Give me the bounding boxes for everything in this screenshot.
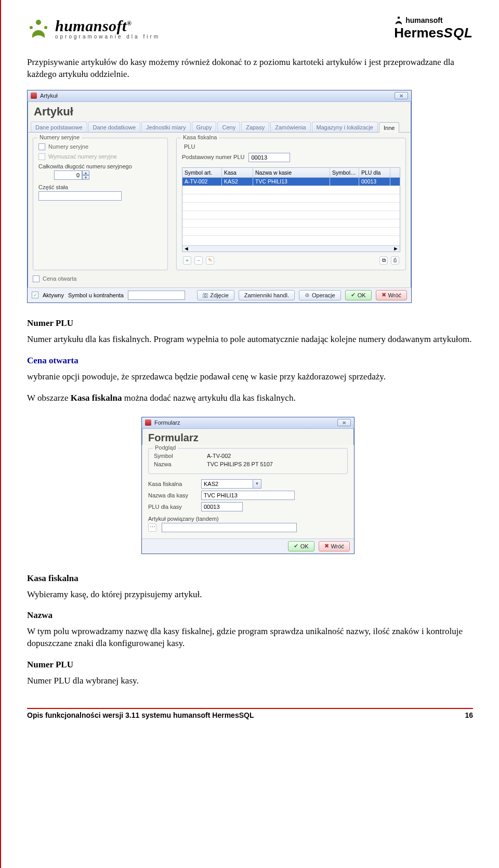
table-row[interactable] bbox=[182, 203, 400, 211]
wroc-button[interactable]: ✖Wróć bbox=[319, 541, 350, 551]
label-tandem: Artykuł powiązany (tandem) bbox=[148, 516, 348, 522]
grid-header[interactable]: Symbol art. pow. bbox=[330, 168, 359, 177]
table-row[interactable] bbox=[182, 228, 400, 236]
table-row[interactable] bbox=[182, 194, 400, 203]
table-row[interactable] bbox=[182, 186, 400, 194]
product-name: HermesSQL bbox=[394, 25, 473, 41]
spin-down-icon[interactable]: ▼ bbox=[82, 175, 89, 180]
grid-header[interactable]: PLU dla bbox=[359, 168, 390, 177]
tab-zamowienia[interactable]: Zamówienia bbox=[270, 122, 310, 132]
brand-small-text: humansoft bbox=[405, 16, 443, 24]
gear-icon bbox=[305, 293, 310, 298]
input-tandem[interactable] bbox=[162, 523, 297, 532]
tab-magazyny[interactable]: Magazyny i lokalizacje bbox=[312, 122, 378, 132]
titlebar[interactable]: Artykuł ✕ bbox=[28, 90, 411, 102]
grid-edit-icon[interactable]: ✎ bbox=[206, 256, 214, 265]
h-cena-otwarta: Cena otwarta bbox=[27, 356, 78, 365]
tab-strip: Dane podstawowe Dane dodatkowe Jednostki… bbox=[28, 122, 411, 133]
spin-up-icon[interactable]: ▲ bbox=[82, 170, 89, 175]
grid-header[interactable]: Nazwa w kasie bbox=[253, 168, 330, 177]
wroc-button[interactable]: ✖Wróć bbox=[376, 290, 407, 300]
tab-inne[interactable]: Inne bbox=[379, 122, 399, 133]
input-symbol-kontrahenta[interactable] bbox=[128, 291, 185, 300]
window-title: Formularz bbox=[154, 419, 180, 426]
label-nazwa-dla-kasy: Nazwa dla kasy bbox=[148, 492, 196, 498]
brand-tagline: oprogramowanie dla firm bbox=[55, 34, 160, 40]
ok-button[interactable]: ✔OK bbox=[288, 541, 314, 551]
formularz-window: Formularz ✕ Formularz Podgląd Symbol A-T… bbox=[141, 417, 354, 554]
tab-ceny[interactable]: Ceny bbox=[217, 122, 240, 132]
chevron-down-icon[interactable]: ▼ bbox=[253, 479, 261, 489]
svg-point-3 bbox=[398, 17, 400, 19]
label-symbol: Symbol bbox=[154, 453, 202, 459]
zdjecie-button[interactable]: Zdjęcie bbox=[197, 290, 234, 300]
logo-right: humansoft HermesSQL bbox=[394, 16, 473, 41]
table-row[interactable] bbox=[182, 219, 400, 228]
checkbox-aktywny[interactable]: ✓ bbox=[32, 292, 38, 298]
label-plu-sub: PLU bbox=[184, 143, 400, 150]
tandem-lookup-icon[interactable]: ⋯ bbox=[148, 523, 156, 532]
grid-scrollbar[interactable]: ◄► bbox=[182, 245, 400, 252]
window-icon bbox=[31, 93, 37, 99]
photo-icon bbox=[203, 293, 208, 298]
tab-jednostki[interactable]: Jednostki miary bbox=[141, 122, 190, 132]
value-nazwa: TVC PHILIPS 28 PT 5107 bbox=[207, 461, 273, 467]
combo-kasa-fiskalna[interactable] bbox=[201, 479, 253, 489]
input-czesc-stala[interactable] bbox=[38, 191, 122, 201]
p-obszar: W obszarze Kasa fiskalna można dodać naz… bbox=[27, 392, 473, 404]
label-podstawowy-plu: Podstawowy numer PLU bbox=[182, 154, 244, 160]
grid-header[interactable]: Kasa bbox=[222, 168, 253, 177]
window-heading: Artykuł bbox=[28, 102, 411, 120]
brand-header: humansoft® oprogramowanie dla firm human… bbox=[27, 16, 473, 41]
table-row[interactable]: A-TV-002 KAS2 TVC PHILI13 00013 bbox=[182, 178, 400, 186]
label-kasa-fiskalna: Kasa fiskalna bbox=[148, 481, 196, 487]
ok-button[interactable]: ✔OK bbox=[345, 290, 372, 300]
grid-copy-icon[interactable]: ⧉ bbox=[379, 256, 388, 265]
svg-point-5 bbox=[204, 294, 206, 296]
close-icon[interactable]: ✕ bbox=[337, 419, 351, 426]
grid-header[interactable]: Symbol art. bbox=[182, 168, 222, 177]
label-czesc-stala: Część stała bbox=[38, 184, 162, 190]
page-footer: Opis funkcjonalności wersji 3.11 systemu… bbox=[27, 708, 473, 719]
kasa-grid[interactable]: Symbol art. Kasa Nazwa w kasie Symbol ar… bbox=[182, 167, 400, 252]
grid-print-icon[interactable]: ⎙ bbox=[391, 256, 399, 265]
p-numer-plu2: Numer PLU dla wybranej kasy. bbox=[27, 675, 473, 687]
p-numer-plu: Numer artykułu dla kas fiskalnych. Progr… bbox=[27, 334, 473, 346]
checkbox-numery-seryjne[interactable] bbox=[38, 143, 45, 150]
label-wymuszac: Wymuszać numery seryjne bbox=[48, 153, 117, 160]
artykul-window: Artykuł ✕ Artykuł Dane podstawowe Dane d… bbox=[27, 90, 412, 303]
svg-point-0 bbox=[36, 20, 41, 25]
input-plu-dla-kasy[interactable] bbox=[201, 502, 243, 511]
brand-name: humansoft® bbox=[55, 17, 160, 35]
intro-paragraph: Przypisywanie artykułów do kasy możemy r… bbox=[27, 57, 473, 81]
svg-point-2 bbox=[44, 26, 47, 29]
close-icon[interactable]: ✕ bbox=[395, 92, 408, 99]
group-kasa-fiskalna: Kasa fiskalna PLU Podstawowy numer PLU S… bbox=[176, 138, 406, 270]
input-podstawowy-plu[interactable] bbox=[248, 153, 290, 162]
titlebar[interactable]: Formularz ✕ bbox=[142, 417, 354, 429]
tab-dane-dodatkowe[interactable]: Dane dodatkowe bbox=[88, 122, 141, 132]
tab-grupy[interactable]: Grupy bbox=[192, 122, 217, 132]
h-numer-plu2: Numer PLU bbox=[27, 660, 73, 669]
humansoft-figure-icon bbox=[27, 17, 50, 40]
grid-add-icon[interactable]: ＋ bbox=[183, 256, 191, 265]
tab-zapasy[interactable]: Zapasy bbox=[241, 122, 269, 132]
group-numery-seryjne: Numery seryjne Numery seryjne Wymuszać n… bbox=[33, 138, 168, 270]
operacje-button[interactable]: Operacje bbox=[299, 290, 341, 300]
h-kasa-fiskalna: Kasa fiskalna bbox=[27, 573, 78, 583]
input-dlugosc[interactable] bbox=[54, 170, 82, 180]
label-nazwa: Nazwa bbox=[154, 461, 202, 467]
window-heading: Formularz bbox=[142, 429, 354, 445]
group-legend-podglad: Podgląd bbox=[153, 444, 178, 451]
input-nazwa-dla-kasy[interactable] bbox=[201, 491, 295, 500]
table-row[interactable] bbox=[182, 211, 400, 219]
label-aktywny: Aktywny bbox=[43, 292, 64, 298]
zamienniki-button[interactable]: Zamienniki handl. bbox=[239, 290, 295, 300]
tab-dane-podstawowe[interactable]: Dane podstawowe bbox=[31, 122, 87, 132]
group-legend-kasa: Kasa fiskalna bbox=[181, 134, 219, 140]
grid-remove-icon[interactable]: － bbox=[194, 256, 203, 265]
checkbox-cena-otwarta[interactable] bbox=[33, 275, 40, 282]
p-cena-otwarta: wybranie opcji powoduje, że sprzedawca b… bbox=[27, 371, 473, 383]
label-dlugosc: Całkowita długość numeru seryjnego bbox=[38, 163, 162, 169]
checkbox-wymuszac[interactable] bbox=[38, 153, 45, 160]
